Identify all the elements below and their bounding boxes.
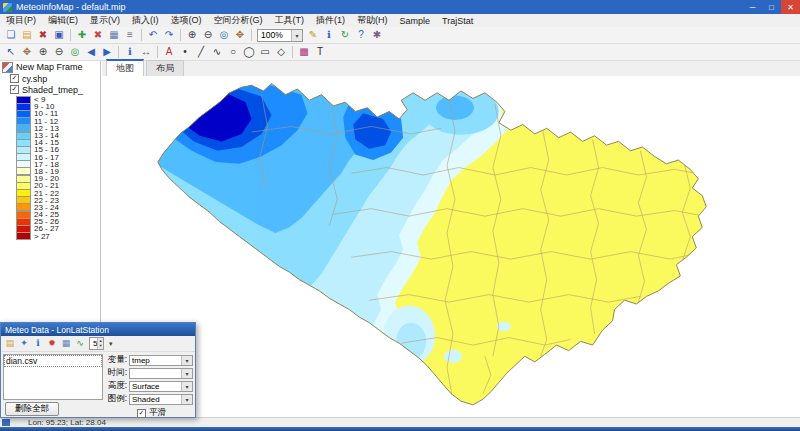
- map-canvas[interactable]: [102, 76, 800, 417]
- layers-icon[interactable]: ≡: [122, 28, 138, 43]
- save-project-icon[interactable]: ▣: [51, 28, 67, 43]
- close-button[interactable]: ✕: [781, 0, 800, 14]
- layer-checkbox[interactable]: ✓: [10, 85, 19, 94]
- symbol-palette-icon[interactable]: ▩: [296, 45, 312, 60]
- zoom-out-tool-icon[interactable]: ⊖: [51, 45, 67, 60]
- previous-extent-icon[interactable]: ↶: [145, 28, 161, 43]
- attribute-table-icon[interactable]: ▦: [106, 28, 122, 43]
- data-info-icon[interactable]: ℹ: [31, 337, 45, 350]
- help-icon[interactable]: ?: [353, 28, 369, 43]
- marker-size-spinner[interactable]: 5 ▴▾: [89, 337, 104, 350]
- text-label-tool-icon[interactable]: A: [161, 45, 177, 60]
- layer-checkbox[interactable]: ✓: [10, 74, 19, 83]
- pan-hand-icon[interactable]: ✥: [19, 45, 35, 60]
- toolbar-separator: [118, 46, 119, 58]
- menu-item-4[interactable]: 选项(O): [165, 14, 208, 27]
- combo-value: Shaded: [132, 395, 181, 404]
- app-icon: [3, 3, 12, 12]
- tab-layout[interactable]: 布局: [146, 60, 184, 76]
- open-project-icon[interactable]: ▤: [19, 28, 35, 43]
- layer-list: ✓cy.shp✓Shaded_tmep_: [0, 73, 100, 95]
- legend-entry[interactable]: > 27: [0, 233, 100, 240]
- menu-item-6[interactable]: 工具(T): [269, 14, 311, 27]
- remove-data-icon[interactable]: ✖: [90, 28, 106, 43]
- standard-toolbar-icons-right: ✎ℹ↻?✱: [305, 28, 385, 43]
- minimize-button[interactable]: ─: [743, 0, 762, 14]
- map-frame-node[interactable]: New Map Frame: [0, 61, 100, 73]
- file-list-item[interactable]: dian.csv: [4, 355, 102, 367]
- station-marker-icon[interactable]: ✹: [45, 337, 59, 350]
- standard-toolbar-icons: ❏▤✖▣✚✖▦≡↶↷⊕⊖◎✥: [3, 28, 255, 43]
- identify-tool-icon[interactable]: ℹ: [122, 45, 138, 60]
- font-tool-icon[interactable]: T: [312, 45, 328, 60]
- field-combo-1[interactable]: ▾: [129, 368, 193, 379]
- line-tool-icon[interactable]: ╱: [193, 45, 209, 60]
- draw-settings-icon[interactable]: ✦: [17, 337, 31, 350]
- menu-item-3[interactable]: 插入(I): [126, 14, 165, 27]
- pan-icon[interactable]: ✥: [232, 28, 248, 43]
- combo-value: Surface: [132, 382, 181, 391]
- grid-data-icon[interactable]: ▦: [59, 337, 73, 350]
- menu-bar: 项目(P)编辑(E)显示(V)插入(I)选项(O)空间分析(G)工具(T)插件(…: [0, 14, 800, 28]
- spinner-arrows[interactable]: ▴▾: [97, 338, 102, 349]
- ellipse-tool-icon[interactable]: ◯: [241, 45, 257, 60]
- field-combo-3[interactable]: Shaded▾: [129, 394, 193, 405]
- chevron-down-icon[interactable]: ▾: [181, 369, 192, 378]
- taskbar-strip: [0, 427, 800, 431]
- zoom-in-icon[interactable]: ⊕: [184, 28, 200, 43]
- field-label: 时间:: [101, 367, 129, 379]
- chevron-down-icon[interactable]: ▾: [291, 30, 302, 41]
- dialog-title-bar[interactable]: Meteo Data - LonLatStation: [1, 323, 195, 336]
- menu-item-7[interactable]: 插件(1): [310, 14, 351, 27]
- point-tool-icon[interactable]: •: [177, 45, 193, 60]
- chevron-down-icon[interactable]: ▾: [181, 395, 192, 404]
- full-extent-icon[interactable]: ◎: [216, 28, 232, 43]
- legend-label: > 27: [34, 233, 50, 240]
- menu-item-8[interactable]: 帮助(H): [351, 14, 394, 27]
- polygon-tool-icon[interactable]: ◇: [273, 45, 289, 60]
- measure-tool-icon[interactable]: ↔: [138, 45, 154, 60]
- zoom-in-tool-icon[interactable]: ⊕: [35, 45, 51, 60]
- open-data-icon[interactable]: ▤: [3, 337, 17, 350]
- menu-item-0[interactable]: 项目(P): [0, 14, 42, 27]
- chevron-down-icon[interactable]: ▾: [181, 356, 192, 365]
- smooth-checkbox[interactable]: ✓: [137, 409, 146, 418]
- field-row-1: 时间:▾: [101, 367, 193, 379]
- select-arrow-icon[interactable]: ↖: [3, 45, 19, 60]
- prev-view-icon[interactable]: ◀: [83, 45, 99, 60]
- chart-icon[interactable]: ∿: [73, 337, 87, 350]
- menu-item-2[interactable]: 显示(V): [84, 14, 126, 27]
- circle-tool-icon[interactable]: ○: [225, 45, 241, 60]
- chevron-down-icon[interactable]: ▾: [181, 382, 192, 391]
- toolbar-separator: [292, 46, 293, 58]
- new-project-icon[interactable]: ❏: [3, 28, 19, 43]
- station-file-list[interactable]: dian.csv: [3, 354, 103, 400]
- polyline-tool-icon[interactable]: ∿: [209, 45, 225, 60]
- field-combo-0[interactable]: tmep▾: [129, 355, 193, 366]
- field-combo-2[interactable]: Surface▾: [129, 381, 193, 392]
- menu-item-1[interactable]: 编辑(E): [42, 14, 84, 27]
- refresh-icon[interactable]: ↻: [337, 28, 353, 43]
- tab-map[interactable]: 地图: [106, 59, 144, 76]
- chevron-down-icon[interactable]: ▾: [104, 337, 118, 350]
- menu-item-5[interactable]: 空间分析(G): [208, 14, 269, 27]
- layer-item-shaded-tmep-[interactable]: ✓Shaded_tmep_: [0, 84, 100, 95]
- dialog-body: dian.csv 删除全部 变量:tmep▾时间:▾高度:Surface▾图例:…: [1, 352, 195, 418]
- layer-item-cy-shp[interactable]: ✓cy.shp: [0, 73, 100, 84]
- delete-all-button[interactable]: 删除全部: [5, 402, 59, 416]
- menu-item-10[interactable]: TrajStat: [436, 16, 479, 26]
- full-extent-tool-icon[interactable]: ◎: [67, 45, 83, 60]
- zoom-level-combo[interactable]: 100% ▾: [257, 29, 303, 42]
- maximize-button[interactable]: □: [762, 0, 781, 14]
- zoom-out-icon[interactable]: ⊖: [200, 28, 216, 43]
- add-data-icon[interactable]: ✚: [74, 28, 90, 43]
- next-view-icon[interactable]: ▶: [99, 45, 115, 60]
- close-project-icon[interactable]: ✖: [35, 28, 51, 43]
- next-extent-icon[interactable]: ↷: [161, 28, 177, 43]
- edit-pencil-icon[interactable]: ✎: [305, 28, 321, 43]
- menu-item-9[interactable]: Sample: [394, 16, 437, 26]
- legend-entry[interactable]: 26 - 27: [0, 225, 100, 232]
- settings-icon[interactable]: ✱: [369, 28, 385, 43]
- identify-icon[interactable]: ℹ: [321, 28, 337, 43]
- rectangle-tool-icon[interactable]: ▭: [257, 45, 273, 60]
